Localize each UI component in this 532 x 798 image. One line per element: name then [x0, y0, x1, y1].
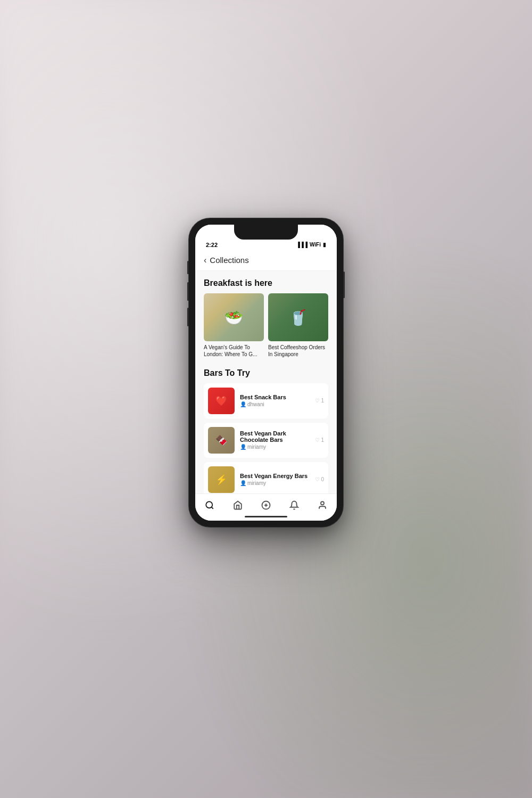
heart-icon: ♡ — [315, 398, 320, 404]
svg-line-1 — [211, 507, 213, 508]
wifi-icon: WiFi — [310, 242, 321, 248]
status-icons: ▐▐▐ WiFi ▮ — [296, 242, 326, 248]
svg-point-0 — [206, 501, 212, 508]
food-caption: A Vegan's Guide To London: Where To G... — [204, 344, 264, 358]
person-icon: 👤 — [240, 480, 246, 486]
snack-title: Best Snack Bars — [240, 394, 310, 400]
main-content[interactable]: Breakfast is here A Vegan's Guide To Lon… — [195, 271, 337, 493]
drink-image-bg — [268, 293, 328, 341]
choc-title: Best Vegan Dark Chocolate Bars — [240, 430, 310, 443]
grid-item-coffee[interactable]: Best Coffeeshop Orders In Singapore — [268, 293, 328, 358]
battery-icon: ▮ — [323, 242, 326, 248]
energy-info: Best Vegan Energy Bars 👤 miriamy — [240, 473, 310, 486]
choc-author: 👤 miriamy — [240, 444, 310, 450]
list-item[interactable]: ⚡ Best Vegan Energy Bars 👤 miriamy ♡ 0 — [204, 462, 328, 493]
power-button — [343, 272, 345, 298]
person-icon: 👤 — [240, 444, 246, 450]
volume-up-button — [187, 282, 189, 301]
person-icon: 👤 — [240, 401, 246, 407]
food-image-bg — [204, 293, 264, 341]
drink-caption: Best Coffeeshop Orders In Singapore — [268, 344, 328, 358]
home-nav-button[interactable] — [229, 498, 247, 512]
snack-author: 👤 dhwani — [240, 401, 310, 407]
energy-thumbnail: ⚡ — [208, 466, 235, 493]
energy-image: ⚡ — [208, 466, 235, 493]
food-image — [204, 293, 264, 341]
heart-icon: ♡ — [315, 476, 320, 482]
drink-image — [268, 293, 328, 341]
choc-thumbnail: 🍫 — [208, 427, 235, 454]
profile-nav-button[interactable] — [313, 498, 331, 512]
energy-likes: ♡ 0 — [315, 476, 324, 482]
breakfast-section-title: Breakfast is here — [204, 278, 328, 288]
notifications-nav-button[interactable] — [285, 498, 303, 512]
volume-down-button — [187, 308, 189, 326]
snack-thumbnail: ❤️ — [208, 388, 235, 414]
bars-section: Bars To Try ❤️ Best Snack Bars 👤 dhwani — [204, 368, 328, 493]
notch — [234, 225, 298, 240]
snack-image: ❤️ — [208, 388, 235, 414]
add-nav-button[interactable] — [257, 498, 275, 512]
phone-frame: 2:22 ▐▐▐ WiFi ▮ ‹ Collections Breakfast … — [189, 218, 343, 527]
energy-author: 👤 miriamy — [240, 480, 310, 486]
choc-likes: ♡ 1 — [315, 437, 324, 443]
choc-image: 🍫 — [208, 427, 235, 454]
mute-button — [187, 261, 189, 274]
heart-icon: ♡ — [315, 437, 320, 443]
breakfast-section: Breakfast is here A Vegan's Guide To Lon… — [204, 278, 328, 358]
nav-title: Collections — [210, 256, 248, 265]
breakfast-image-grid: A Vegan's Guide To London: Where To G...… — [204, 293, 328, 358]
list-item[interactable]: 🍫 Best Vegan Dark Chocolate Bars 👤 miria… — [204, 423, 328, 458]
back-button[interactable]: ‹ — [204, 256, 206, 265]
signal-icon: ▐▐▐ — [296, 242, 307, 248]
svg-point-5 — [321, 501, 324, 505]
search-nav-button[interactable] — [201, 498, 219, 512]
status-time: 2:22 — [206, 242, 218, 248]
home-indicator — [245, 516, 287, 517]
snack-info: Best Snack Bars 👤 dhwani — [240, 394, 310, 407]
top-nav: ‹ Collections — [195, 251, 337, 271]
phone-mockup: 2:22 ▐▐▐ WiFi ▮ ‹ Collections Breakfast … — [189, 218, 343, 527]
choc-info: Best Vegan Dark Chocolate Bars 👤 miriamy — [240, 430, 310, 450]
phone-screen: 2:22 ▐▐▐ WiFi ▮ ‹ Collections Breakfast … — [195, 225, 337, 521]
list-item[interactable]: ❤️ Best Snack Bars 👤 dhwani ♡ 1 — [204, 383, 328, 418]
snack-likes: ♡ 1 — [315, 398, 324, 404]
bars-section-title: Bars To Try — [204, 368, 328, 378]
energy-title: Best Vegan Energy Bars — [240, 473, 310, 479]
grid-item-vegan[interactable]: A Vegan's Guide To London: Where To G... — [204, 293, 264, 358]
